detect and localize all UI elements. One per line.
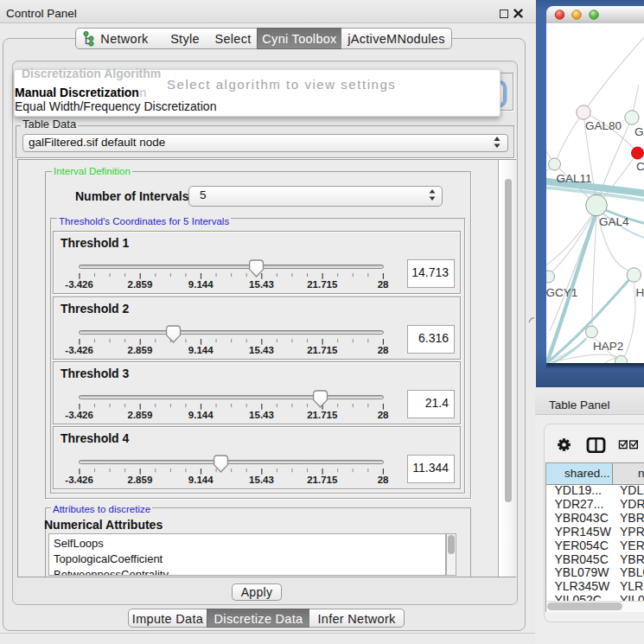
- svg-text:GAL80: GAL80: [585, 119, 622, 132]
- svg-text:H: H: [636, 286, 644, 299]
- svg-text:HAP2: HAP2: [593, 340, 623, 353]
- svg-text:GAL4: GAL4: [599, 215, 629, 228]
- svg-text:C: C: [636, 160, 644, 173]
- svg-text:GAL11: GAL11: [557, 172, 592, 185]
- svg-text:GA: GA: [634, 125, 644, 138]
- svg-text:GCY1: GCY1: [546, 286, 577, 299]
